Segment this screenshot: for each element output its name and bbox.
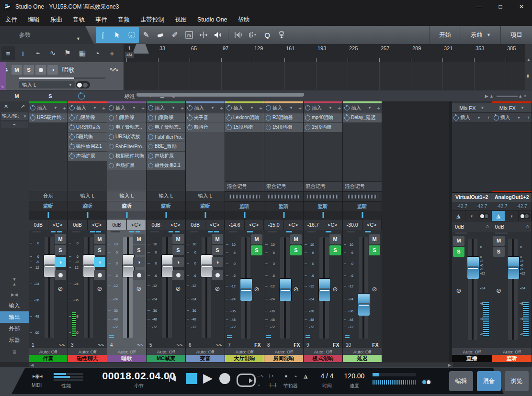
- close-button[interactable]: ✕: [511, 0, 532, 13]
- add-insert-icon[interactable]: +: [102, 105, 105, 111]
- add-insert-icon[interactable]: +: [142, 105, 145, 111]
- list-icon[interactable]: ≡: [0, 346, 29, 358]
- menu-item-Studio One[interactable]: Studio One: [192, 16, 233, 23]
- track-mute-button[interactable]: M: [11, 65, 22, 75]
- record-arm-button[interactable]: [94, 270, 105, 280]
- pan-control[interactable]: [225, 211, 264, 219]
- add-track-icon[interactable]: +: [105, 46, 119, 60]
- insert-slot-FabFilterPro..[interactable]: FabFilterPro..: [107, 142, 146, 151]
- channel-strip-MC喊麦[interactable]: 插入▼+门限降噪电子管动态..FabFilterPro..BBE_激励声场扩展磁…: [147, 101, 186, 362]
- return-to-start-button[interactable]: |◀: [169, 374, 176, 383]
- marker-icon[interactable]: ⚑: [61, 46, 74, 60]
- view-button-编辑[interactable]: 编辑: [449, 371, 473, 391]
- volume-readout[interactable]: 0dB: [495, 224, 505, 230]
- solo-button[interactable]: S: [55, 245, 66, 255]
- monitor-button[interactable]: 监听: [225, 201, 264, 211]
- bend-tool-icon[interactable]: [196, 28, 211, 42]
- power-icon[interactable]: [109, 125, 114, 130]
- tempo-icon[interactable]: ◔: [91, 46, 104, 60]
- power-icon[interactable]: [148, 105, 153, 110]
- input-source-row[interactable]: [304, 191, 342, 201]
- track-lane[interactable]: [124, 62, 525, 90]
- track-input-toggle[interactable]: [76, 81, 90, 88]
- bank-selector[interactable]: 输入/输: ▼: [1, 112, 28, 120]
- insert-slot-门限降噪[interactable]: 门限降噪: [68, 113, 107, 122]
- timeline-ruler[interactable]: 4/4 1336597129161193225257289321353385: [124, 44, 525, 63]
- volume-readout[interactable]: -15.0: [264, 220, 284, 230]
- automation-off-button[interactable]: ⊘: [251, 284, 262, 294]
- view-button-混音[interactable]: 混音: [477, 371, 501, 391]
- channel-name[interactable]: 磁性聊天: [68, 355, 107, 362]
- chevron-down-icon[interactable]: ▼: [477, 116, 481, 120]
- pan-readout[interactable]: <C>: [166, 220, 186, 230]
- channel-name[interactable]: 变音: [186, 355, 225, 362]
- menu-item-乐曲[interactable]: 乐曲: [45, 16, 68, 24]
- fader-handle[interactable]: [467, 256, 479, 279]
- insert-slot-磁性效果2.1[interactable]: 磁性效果2.1: [147, 161, 185, 170]
- pan-readout[interactable]: <C>: [48, 220, 68, 230]
- monitor-button[interactable]: 监听: [264, 201, 303, 211]
- scroll-right-icon[interactable]: ▶: [448, 363, 451, 367]
- expand-icon[interactable]: ↗: [21, 103, 25, 110]
- automation-off-button[interactable]: ⊘: [453, 286, 464, 296]
- pan-readout[interactable]: <C>: [245, 220, 264, 230]
- mute-button[interactable]: M: [493, 236, 505, 246]
- solo-button[interactable]: S: [133, 245, 145, 255]
- insert-slot-15段均衡[interactable]: 15段均衡: [304, 123, 342, 132]
- automation-mode[interactable]: Auto: Off: [147, 348, 185, 355]
- chevron-down-icon[interactable]: ▼: [517, 116, 521, 120]
- channel-name[interactable]: 唱歌: [107, 355, 146, 362]
- close-icon[interactable]: ✕: [4, 103, 8, 110]
- power-icon[interactable]: [305, 125, 310, 130]
- automation-mode[interactable]: Auto: Off: [68, 348, 107, 355]
- automation-off-button[interactable]: ⊘: [290, 284, 302, 294]
- chevron-down-icon[interactable]: ▼: [328, 106, 332, 110]
- chevron-down-icon[interactable]: ▼: [289, 106, 293, 110]
- power-icon[interactable]: [69, 125, 75, 130]
- sidebar-tab-乐器[interactable]: 乐器: [0, 334, 29, 346]
- power-icon[interactable]: [109, 115, 114, 121]
- insert-slot-模拟硬件均衡[interactable]: 模拟硬件均衡: [107, 152, 146, 161]
- channel-strip-唱歌[interactable]: 插入▼+门限降噪电子管动态..URS软话放FabFilterPro..模拟硬件均…: [107, 101, 147, 362]
- insert-slot-BBE_激励[interactable]: BBE_激励: [147, 142, 185, 151]
- channel-strip-板式混响[interactable]: 插入▼+mp40混响15段均衡混合记号监听-16.7<C>1060-6-12-2…: [304, 101, 343, 362]
- power-icon[interactable]: [109, 134, 114, 140]
- solo-button[interactable]: S: [94, 245, 105, 255]
- channel-strip-伴奏[interactable]: 插入▼+URS硬件均..音乐监听0dB<C>0-6-9-12-24-36-48-…: [29, 101, 68, 362]
- peak-readouts[interactable]: -42.7-42.7: [492, 202, 532, 210]
- power-icon[interactable]: [69, 154, 75, 159]
- output-label[interactable]: 监听: [492, 355, 532, 362]
- monitor-button[interactable]: 监听: [147, 201, 185, 211]
- toolbar-button-乐曲[interactable]: 乐曲▼: [461, 26, 500, 44]
- power-icon[interactable]: [148, 115, 153, 121]
- add-insert-icon[interactable]: +: [338, 105, 341, 111]
- menu-item-音轨[interactable]: 音轨: [68, 16, 90, 24]
- automation-mode[interactable]: Auto: Off: [225, 348, 264, 355]
- power-icon[interactable]: [494, 115, 499, 121]
- volume-readout[interactable]: 0dB: [107, 220, 127, 230]
- mute-button[interactable]: M: [453, 236, 464, 246]
- pan-readout[interactable]: <C>: [205, 220, 225, 230]
- record-arm-button[interactable]: [133, 270, 145, 280]
- fader-handle[interactable]: [507, 256, 520, 279]
- power-icon[interactable]: [69, 105, 75, 110]
- channel-name[interactable]: 延迟: [343, 355, 382, 362]
- channel-strip-房间混响[interactable]: 插入▼+R3混响器15段均衡混合记号监听-15.0<C>1060-6-12-24…: [264, 101, 304, 362]
- loop-button[interactable]: [237, 374, 256, 387]
- menu-item-文件[interactable]: 文件: [0, 16, 23, 24]
- insert-slot-声场扩展[interactable]: 声场扩展: [68, 152, 107, 161]
- monitor-button[interactable]: 监听: [29, 201, 68, 211]
- chevron-down-icon[interactable]: ▼: [171, 106, 175, 110]
- automation-off-button[interactable]: ⊘: [369, 284, 380, 294]
- metronome-icon[interactable]: ◮: [452, 211, 465, 221]
- channel-strip-变音[interactable]: 插入▼+夹子音颤抖音输入 L监听0dB<C>1060-6-12-24-36-48…: [186, 101, 225, 362]
- punch-range-icon[interactable]: ·|—|·: [268, 383, 278, 387]
- input-source-row[interactable]: 音乐: [29, 191, 68, 201]
- input-source-row[interactable]: 输入 L: [186, 191, 225, 201]
- mute-button[interactable]: M: [251, 234, 262, 244]
- monitor-button[interactable]: 监听: [68, 201, 107, 211]
- timestretch-tool-icon[interactable]: [231, 28, 246, 42]
- toolbar-button-开始[interactable]: 开始: [429, 26, 461, 44]
- record-button[interactable]: [219, 373, 230, 384]
- power-icon[interactable]: [305, 105, 310, 110]
